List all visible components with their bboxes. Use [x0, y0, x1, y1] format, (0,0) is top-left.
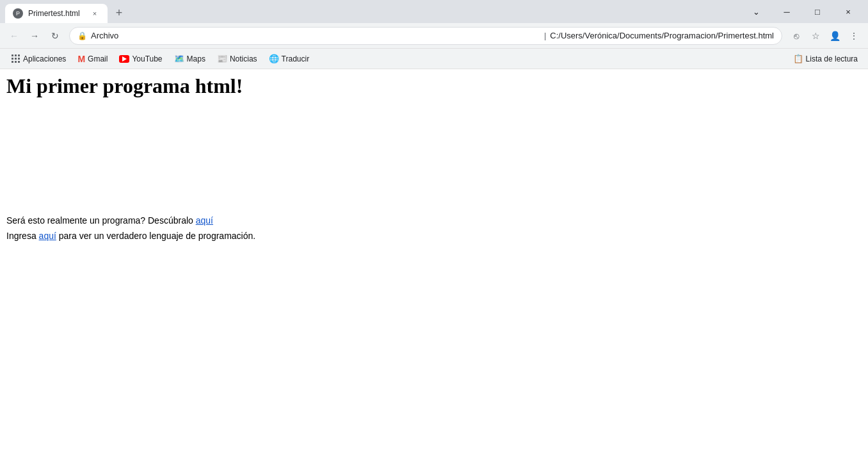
reading-list-button[interactable]: 📋 Lista de lectura — [788, 51, 863, 67]
noticias-icon: 📰 — [217, 54, 227, 63]
profile-button[interactable]: 👤 — [826, 27, 844, 45]
gmail-label: Gmail — [88, 54, 108, 63]
bookmarks-bar: Aplicaciones M Gmail YouTube 🗺️ Maps 📰 N… — [0, 49, 868, 69]
bookmark-traducir[interactable]: 🌐 Traducir — [264, 51, 315, 67]
forward-button[interactable]: → — [26, 27, 44, 45]
line2-before: Ingresa — [6, 231, 39, 241]
nav-bar: ← → ↻ 🔒 Archivo | C:/Users/Verónica/Docu… — [0, 23, 868, 49]
line2-after: para ver un verdadero lenguaje de progra… — [56, 231, 255, 241]
tab-area: P Primertest.html × + — [5, 0, 741, 23]
tab-favicon: P — [13, 8, 23, 19]
reading-list-label: Lista de lectura — [806, 54, 858, 63]
address-url: C:/Users/Verónica/Documents/Programacion… — [550, 31, 774, 40]
line1-link[interactable]: aquí — [196, 215, 213, 226]
page-line-2: Ingresa aquí para ver un verdadero lengu… — [6, 229, 862, 243]
noticias-label: Noticias — [230, 54, 257, 63]
browser-window: P Primertest.html × + ⌄ ─ □ × ← → ↻ 🔒 Ar… — [0, 0, 868, 462]
page-heading: Mi primer programa html! — [6, 74, 862, 98]
youtube-label: YouTube — [132, 54, 162, 63]
refresh-button[interactable]: ↻ — [46, 27, 64, 45]
close-button[interactable]: × — [833, 2, 863, 21]
bookmarks-right: 📋 Lista de lectura — [788, 51, 863, 67]
tab-close-button[interactable]: × — [90, 8, 100, 19]
secure-icon: 🔒 — [77, 31, 87, 40]
back-button[interactable]: ← — [5, 27, 23, 45]
aplicaciones-label: Aplicaciones — [23, 54, 66, 63]
bookmark-aplicaciones[interactable]: Aplicaciones — [5, 51, 71, 67]
youtube-icon — [119, 55, 129, 63]
line2-link[interactable]: aquí — [39, 231, 56, 241]
bookmark-star-button[interactable]: ☆ — [807, 27, 824, 45]
line1-text: Será esto realmente un programa? Descúbr… — [6, 215, 196, 226]
nav-right-icons: ⎋ ☆ 👤 ⋮ — [787, 27, 863, 45]
bookmark-gmail[interactable]: M Gmail — [72, 51, 113, 67]
maps-icon: 🗺️ — [174, 54, 184, 63]
bookmark-maps[interactable]: 🗺️ Maps — [169, 51, 211, 67]
title-bar: P Primertest.html × + ⌄ ─ □ × — [0, 0, 868, 23]
address-bar[interactable]: 🔒 Archivo | C:/Users/Verónica/Documents/… — [69, 27, 782, 45]
share-button[interactable]: ⎋ — [787, 27, 805, 45]
chevron-down-button[interactable]: ⌄ — [741, 2, 771, 21]
menu-button[interactable]: ⋮ — [845, 27, 863, 45]
bookmark-youtube[interactable]: YouTube — [114, 51, 167, 67]
apps-grid-icon — [10, 54, 20, 64]
address-separator: | — [544, 31, 546, 40]
maximize-button[interactable]: □ — [803, 2, 832, 21]
new-tab-button[interactable]: + — [110, 4, 128, 22]
address-protocol: Archivo — [91, 31, 540, 40]
active-tab[interactable]: P Primertest.html × — [5, 4, 108, 23]
reading-list-icon: 📋 — [793, 54, 803, 63]
gmail-icon: M — [77, 54, 85, 64]
bookmark-noticias[interactable]: 📰 Noticias — [212, 51, 262, 67]
traducir-icon: 🌐 — [269, 54, 279, 63]
maps-label: Maps — [187, 54, 205, 63]
page-body: Será esto realmente un programa? Descúbr… — [6, 213, 862, 243]
traducir-label: Traducir — [282, 54, 310, 63]
page-content: Mi primer programa html! Será esto realm… — [0, 69, 868, 462]
minimize-button[interactable]: ─ — [772, 2, 801, 21]
page-line-1: Será esto realmente un programa? Descúbr… — [6, 213, 862, 227]
title-bar-controls: ⌄ ─ □ × — [741, 2, 863, 21]
tab-title: Primertest.html — [28, 9, 84, 18]
